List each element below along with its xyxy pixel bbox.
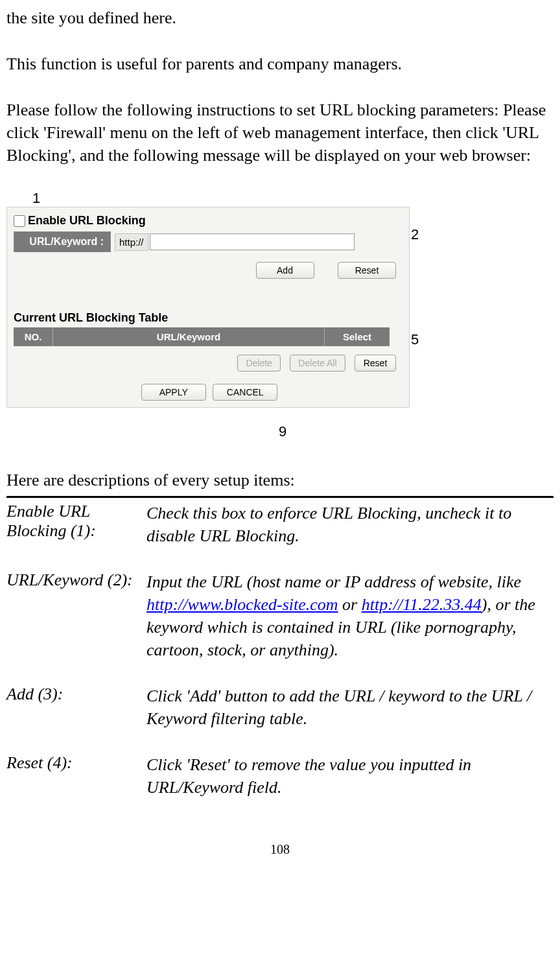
apply-button[interactable]: APPLY: [141, 384, 206, 401]
desc-url-label: URL/Keyword (2):: [6, 570, 146, 685]
url-blocking-table: NO. URL/Keyword Select: [14, 327, 390, 346]
url-blocking-panel: Enable URL Blocking URL/Keyword : http:/…: [6, 207, 410, 408]
intro-line-1: the site you defined here.: [6, 6, 554, 29]
callout-9: 9: [279, 423, 286, 440]
desc-url-text: Input the URL (host name or IP address o…: [146, 570, 554, 685]
reset-button[interactable]: Reset: [338, 262, 396, 279]
callout-5: 5: [411, 331, 419, 348]
delete-button[interactable]: Delete: [237, 355, 280, 371]
current-table-title: Current URL Blocking Table: [14, 311, 402, 325]
enable-url-blocking-checkbox[interactable]: [14, 215, 25, 227]
desc-add-label: Add (3):: [6, 685, 146, 753]
cancel-button[interactable]: CANCEL: [213, 384, 277, 401]
url-protocol-prefix: http://: [115, 233, 148, 251]
url-keyword-input[interactable]: [150, 233, 355, 250]
desc-url-prefix: Input the URL (host name or IP address o…: [146, 572, 521, 591]
desc-add-text: Click 'Add' button to add the URL / keyw…: [146, 685, 554, 753]
callout-2: 2: [411, 226, 419, 243]
table-header-select: Select: [325, 327, 390, 346]
delete-all-button[interactable]: Delete All: [290, 355, 345, 371]
url-keyword-label: URL/Keyword :: [14, 231, 111, 252]
desc-reset-text: Click 'Reset' to remove the value you in…: [146, 753, 554, 822]
url-blocking-panel-container: 1 2 3 4 5 6 7 8 9 Enable URL Blocking UR…: [6, 190, 434, 449]
intro-instructions: Please follow the following instructions…: [6, 99, 554, 167]
desc-enable-label: Enable URL Blocking (1):: [6, 502, 146, 570]
separator: [6, 496, 554, 498]
page-number: 108: [6, 842, 554, 857]
callout-1: 1: [32, 190, 40, 207]
descriptions-intro: Here are descriptions of every setup ite…: [6, 469, 554, 491]
desc-url-mid: or: [338, 595, 362, 614]
link-ip[interactable]: http://11.22.33.44: [362, 595, 482, 614]
reset-table-button[interactable]: Reset: [355, 355, 396, 371]
link-blocked-site[interactable]: http://www.blocked-site.com: [146, 595, 338, 614]
enable-url-blocking-label: Enable URL Blocking: [28, 214, 146, 228]
table-header-no: NO.: [14, 327, 53, 346]
descriptions-table: Enable URL Blocking (1): Check this box …: [6, 502, 554, 823]
add-button[interactable]: Add: [256, 262, 314, 279]
desc-reset-label: Reset (4):: [6, 753, 146, 822]
table-header-url: URL/Keyword: [53, 327, 325, 346]
desc-enable-text: Check this box to enforce URL Blocking, …: [146, 502, 554, 570]
intro-line-2: This function is useful for parents and …: [6, 53, 554, 75]
